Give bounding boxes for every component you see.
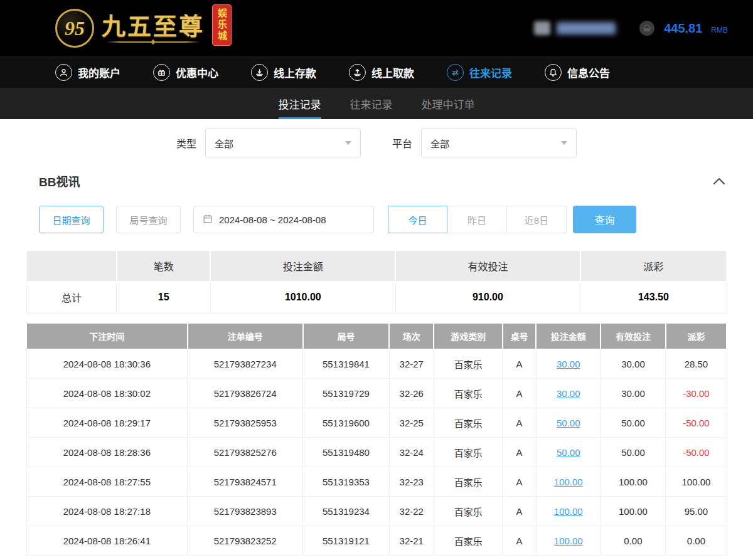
cell-valid-bet: 50.00 [601,438,666,467]
logo-emblem-text: 95 [65,17,85,40]
summary-payout-value: 143.50 [580,282,727,313]
cell-session: 32-27 [389,349,434,379]
cell-bet-amount-link[interactable]: 50.00 [536,408,601,438]
tab-label: 投注记录 [279,96,321,112]
nav-item-withdraw[interactable]: 线上取款 [349,64,414,81]
summary-valid-bet-value: 910.00 [395,282,580,313]
cell-game-type: 百家乐 [434,497,502,526]
header-session: 场次 [389,323,434,349]
cell-bet-amount-link[interactable]: 30.00 [536,379,601,408]
nav-item-promotions[interactable]: 优惠中心 [153,64,218,81]
cell-bet-time: 2024-08-08 18:30:36 [26,349,188,379]
header-bet-amount: 投注金额 [536,323,601,349]
cell-valid-bet: 30.00 [601,349,666,379]
table-row: 2024-08-08 18:28:36 521793825276 5513194… [26,438,727,467]
cell-table-no: A [503,467,537,497]
tab-bet-records[interactable]: 投注记录 [279,88,321,119]
nav-item-deposit[interactable]: 线上存款 [251,64,316,81]
cell-round-id: 551319353 [303,467,389,497]
section-header: BB视讯 [0,166,753,189]
chevron-up-icon[interactable] [713,177,725,185]
cell-table-no: A [503,497,537,526]
tab-processing-orders[interactable]: 处理中订单 [422,88,475,119]
cell-game-type: 百家乐 [434,379,502,408]
type-label: 类型 [176,135,196,151]
cell-bet-id: 521793825276 [188,438,303,467]
summary-total-row: 总计 15 1010.00 910.00 143.50 [26,282,727,313]
summary-count-value: 15 [117,282,211,313]
summary-table: 笔数 投注金额 有效投注 派彩 总计 15 1010.00 910.00 143… [26,250,727,314]
user-area: █████████ 445.81 RMB [534,20,728,36]
chevron-down-icon [561,141,567,145]
table-row: 2024-08-08 18:26:41 521793823252 5513191… [26,526,727,556]
cell-bet-id: 521793825953 [188,408,303,438]
round-query-button[interactable]: 局号查询 [116,206,181,233]
cell-table-no: A [503,349,537,379]
header-round-id: 局号 [303,323,389,349]
cell-session: 32-23 [389,467,434,497]
cell-bet-time: 2024-08-08 18:27:18 [26,497,188,526]
withdraw-icon [349,64,366,81]
cell-bet-time: 2024-08-08 18:29:17 [26,408,188,438]
cell-table-no: A [503,438,537,467]
cell-valid-bet: 100.00 [601,467,666,497]
quick-range-group: 今日 昨日 近8日 [388,206,567,233]
cell-bet-id: 521793827234 [188,349,303,379]
table-row: 2024-08-08 18:27:18 521793823893 5513192… [26,497,727,526]
header-payout: 派彩 [666,323,727,349]
nav-item-label: 信息公告 [567,65,610,80]
nav-item-my-account[interactable]: 我的账户 [55,64,120,81]
cell-valid-bet: 0.00 [601,526,666,556]
tab-transaction-records[interactable]: 往来记录 [350,88,393,119]
cell-bet-amount-link[interactable]: 100.00 [536,467,601,497]
table-row: 2024-08-08 18:30:02 521793826724 5513197… [26,379,727,408]
bet-table-header-row: 下注时间 注单编号 局号 场次 游戏类别 桌号 投注金额 有效投注 派彩 [26,323,727,349]
gift-icon [153,64,170,81]
cell-bet-time: 2024-08-08 18:28:36 [26,438,188,467]
yesterday-button[interactable]: 昨日 [447,206,507,233]
cell-round-id: 551319121 [303,526,389,556]
balance-currency: RMB [711,26,728,34]
type-filter-group: 类型 全部 [176,129,361,157]
summary-corner-cell [26,250,117,282]
cell-session: 32-22 [389,497,434,526]
last-8-days-button[interactable]: 近8日 [507,206,567,233]
platform-select-value: 全部 [430,137,449,150]
cell-payout: 95.00 [666,497,727,526]
date-range-input[interactable]: 2024-08-08 ~ 2024-08-08 [193,206,374,233]
bet-table-body: 2024-08-08 18:30:36 521793827234 5513198… [26,349,727,556]
cell-valid-bet: 50.00 [601,408,666,438]
cell-payout: -30.00 [666,379,727,408]
summary-header-row: 笔数 投注金额 有效投注 派彩 [26,250,727,282]
cell-bet-amount-link[interactable]: 30.00 [536,349,601,379]
cell-round-id: 551319841 [303,349,389,379]
cell-game-type: 百家乐 [434,526,502,556]
cell-payout: 0.00 [666,526,727,556]
cell-bet-id: 521793823893 [188,497,303,526]
avatar [534,21,550,35]
cell-valid-bet: 100.00 [601,497,666,526]
cell-round-id: 551319729 [303,379,389,408]
cell-round-id: 551319600 [303,408,389,438]
type-select[interactable]: 全部 [205,129,361,157]
date-range-value: 2024-08-08 ~ 2024-08-08 [219,214,326,225]
date-query-button[interactable]: 日期查询 [39,206,104,233]
nav-item-records[interactable]: 往来记录 [447,64,512,81]
today-button[interactable]: 今日 [388,206,447,233]
cell-session: 32-26 [389,379,434,408]
cell-table-no: A [503,379,537,408]
cell-payout: 28.50 [666,349,727,379]
platform-select[interactable]: 全部 [421,129,577,157]
brand-logo[interactable]: 95 九五至尊 娱乐城 [55,4,232,52]
header-game-type: 游戏类别 [434,323,502,349]
summary-header-valid-bet: 有效投注 [395,250,580,282]
nav-item-announcements[interactable]: 信息公告 [545,64,610,81]
cell-bet-amount-link[interactable]: 100.00 [536,497,601,526]
wallet-icon[interactable] [639,20,655,36]
cell-bet-time: 2024-08-08 18:26:41 [26,526,188,556]
search-button[interactable]: 查询 [573,206,636,233]
cell-session: 32-21 [389,526,434,556]
cell-bet-amount-link[interactable]: 50.00 [536,438,601,467]
cell-bet-amount-link[interactable]: 100.00 [536,526,601,556]
table-row: 2024-08-08 18:30:36 521793827234 5513198… [26,349,727,379]
